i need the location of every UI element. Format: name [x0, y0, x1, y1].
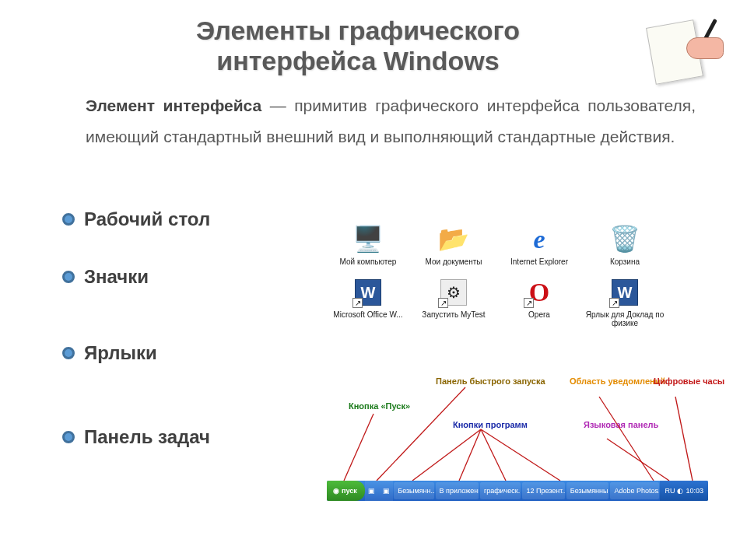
folder-icon: 📂 [437, 224, 471, 255]
taskbar-button[interactable]: 12 Презент... [522, 482, 564, 499]
label-program-btns: Кнопки программ [453, 420, 528, 429]
lang-indicator[interactable]: RU [665, 487, 675, 495]
shortcut-arrow-icon: ↗ [352, 298, 363, 308]
desktop-icon-recycle-bin: 🗑️ Корзина [584, 224, 666, 266]
shortcut-word: W ↗ Microsoft Office W... [327, 277, 409, 327]
slide-title: Элементы графического интерфейса Windows [62, 16, 700, 76]
shortcut-arrow-icon: ↗ [609, 298, 619, 308]
svg-line-6 [459, 429, 481, 481]
icon-label: Opera [528, 310, 550, 319]
svg-line-11 [675, 397, 693, 481]
icon-label: Мой компьютер [340, 257, 397, 266]
taskbar-button[interactable]: графическ... [480, 482, 521, 499]
bullet-label: Панель задач [84, 426, 210, 448]
label-clock: Цифровые часы [654, 376, 700, 386]
shortcut-opera: O ↗ Opera [498, 277, 580, 327]
icon-label: Запустить MyTest [422, 310, 485, 319]
icon-label: Internet Explorer [510, 257, 568, 266]
bullet-taskbar: Панель задач [62, 426, 210, 448]
shortcut-arrow-icon: ↗ [524, 298, 534, 308]
bullet-desktop: Рабочий стол [62, 208, 210, 230]
ie-icon: e [522, 224, 556, 255]
ql-icon[interactable]: ▣ [368, 487, 375, 495]
desktop-icon-my-computer: 🖥️ Мой компьютер [327, 224, 409, 266]
title-line-2: интерфейса Windows [216, 46, 499, 75]
system-tray[interactable]: RU ◐ 10:03 [660, 481, 708, 501]
icon-label: Microsoft Office W... [333, 310, 402, 319]
label-start-button: Кнопка «Пуск» [349, 401, 410, 411]
desktop-icons-grid: 🖥️ Мой компьютер 📂 Мои документы e Inter… [327, 224, 666, 327]
writing-hand-illustration [646, 19, 724, 89]
bullet-label: Ярлыки [84, 342, 157, 364]
taskbar-button[interactable]: Adobe Photos... [610, 482, 659, 499]
svg-line-3 [344, 414, 374, 481]
bullet-label: Значки [84, 266, 149, 288]
word-icon: W ↗ [351, 277, 385, 308]
recycle-bin-icon: 🗑️ [608, 224, 642, 255]
bullet-icons: Значки [62, 266, 210, 288]
taskbar: ◉пуск ▣ ▣ Безымянн... В приложени графич… [327, 481, 708, 501]
svg-line-10 [607, 439, 669, 481]
quick-launch[interactable]: ▣ ▣ [365, 481, 393, 501]
icon-label: Корзина [610, 257, 640, 266]
computer-icon: 🖥️ [351, 224, 385, 255]
shortcut-arrow-icon: ↗ [438, 298, 448, 308]
label-quick-launch: Панель быстрого запуска [436, 376, 545, 386]
bullet-dot-icon [62, 271, 75, 283]
definition-lead: Элемент интерфейса [86, 96, 261, 114]
shortcut-report: W ↗ Ярлык для Доклад по физике [584, 277, 666, 327]
tray-icon[interactable]: ◐ [677, 487, 683, 495]
app-icon: ⚙ ↗ [437, 277, 471, 308]
svg-line-9 [599, 397, 654, 481]
icon-label: Ярлык для Доклад по физике [584, 310, 666, 327]
shortcut-mytest: ⚙ ↗ Запустить MyTest [412, 277, 495, 327]
opera-icon: O ↗ [522, 277, 556, 308]
bullet-shortcuts: Ярлыки [62, 342, 210, 364]
word-doc-icon: W ↗ [608, 277, 642, 308]
icon-label: Мои документы [426, 257, 482, 266]
desktop-icon-ie: e Internet Explorer [498, 224, 580, 266]
title-line-1: Элементы графического [196, 16, 520, 45]
clock[interactable]: 10:03 [686, 487, 703, 495]
bullet-dot-icon [62, 213, 75, 226]
svg-line-5 [412, 429, 481, 481]
start-button[interactable]: ◉пуск [327, 481, 365, 501]
ql-icon[interactable]: ▣ [383, 487, 390, 495]
label-lang-panel: Языковая панель [584, 420, 638, 429]
bullet-dot-icon [62, 347, 75, 359]
svg-line-7 [481, 429, 506, 481]
bullet-dot-icon [62, 431, 75, 443]
svg-line-8 [481, 429, 560, 481]
bullet-list: Рабочий стол Значки Ярлыки Панель задач [62, 208, 210, 484]
bullet-label: Рабочий стол [84, 208, 210, 230]
taskbar-button[interactable]: В приложени [436, 482, 479, 499]
taskbar-button[interactable]: Безымянный [566, 482, 609, 499]
definition-text: Элемент интерфейса — примитив графическо… [86, 90, 696, 152]
desktop-icon-my-documents: 📂 Мои документы [412, 224, 495, 266]
taskbar-button[interactable]: Безымянн... [394, 482, 433, 499]
label-notify-area: Область уведомлений [570, 376, 640, 386]
